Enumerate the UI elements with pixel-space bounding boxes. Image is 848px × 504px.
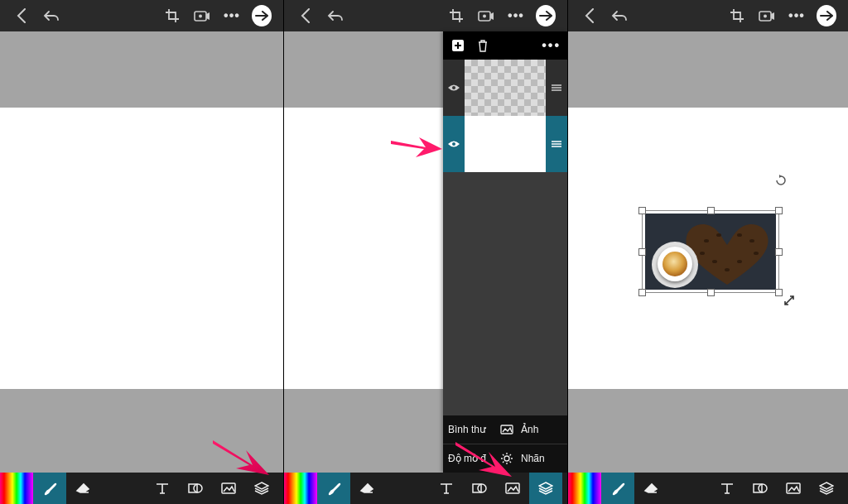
topbar: ••• — [568, 0, 848, 31]
image-content — [645, 214, 776, 290]
image-button[interactable] — [777, 473, 810, 504]
svg-point-25 — [737, 260, 742, 263]
more-icon[interactable]: ••• — [222, 6, 242, 26]
canvas[interactable] — [0, 108, 283, 389]
svg-point-16 — [764, 15, 767, 18]
shape-button[interactable] — [179, 473, 212, 504]
svg-point-18 — [716, 233, 721, 237]
eraser-button[interactable] — [350, 473, 383, 504]
eraser-button[interactable] — [634, 473, 667, 504]
layer-menu-label[interactable]: Độ mờ đ Nhãn — [443, 444, 567, 473]
shape-button[interactable] — [744, 473, 777, 504]
add-layer-button[interactable] — [450, 37, 466, 54]
layer-more-icon[interactable]: ••• — [542, 38, 561, 53]
camera-icon[interactable] — [192, 6, 212, 26]
text-button[interactable] — [430, 473, 463, 504]
color-picker-button[interactable] — [0, 473, 33, 504]
camera-icon[interactable] — [757, 6, 777, 26]
menu-text: Ảnh — [516, 424, 567, 435]
resize-handle[interactable] — [707, 207, 715, 214]
topbar: ••• — [0, 0, 283, 31]
resize-handle[interactable] — [775, 248, 783, 256]
svg-point-6 — [483, 15, 486, 18]
svg-point-11 — [504, 456, 509, 461]
more-icon[interactable]: ••• — [506, 6, 526, 26]
topbar: ••• — [284, 0, 567, 31]
go-button[interactable] — [536, 6, 556, 26]
go-button[interactable] — [252, 6, 272, 26]
resize-handle[interactable] — [775, 207, 783, 214]
svg-point-21 — [700, 252, 705, 255]
drag-handle-icon[interactable] — [546, 116, 567, 172]
image-button[interactable] — [496, 473, 529, 504]
blend-label: Bình thư — [443, 424, 498, 435]
svg-point-19 — [737, 233, 742, 237]
crop-icon[interactable] — [446, 6, 466, 26]
svg-point-17 — [704, 239, 709, 242]
eraser-button[interactable] — [66, 473, 99, 504]
image-button[interactable] — [212, 473, 245, 504]
stage: ••• — [0, 0, 848, 504]
crop-icon[interactable] — [162, 6, 182, 26]
layer-row[interactable] — [443, 60, 567, 116]
layer-thumb — [465, 116, 546, 172]
brush-button[interactable] — [601, 473, 634, 504]
back-icon[interactable] — [580, 6, 600, 26]
svg-point-8 — [452, 86, 455, 89]
bottom-toolbar — [0, 473, 283, 504]
back-icon[interactable] — [12, 6, 31, 26]
camera-icon[interactable] — [476, 6, 496, 26]
brush-button[interactable] — [317, 473, 350, 504]
delete-layer-button[interactable] — [475, 37, 491, 54]
layers-button[interactable] — [245, 473, 278, 504]
layer-thumb — [465, 60, 546, 116]
layer-row-selected[interactable] — [443, 116, 567, 172]
text-button[interactable] — [711, 473, 744, 504]
undo-icon[interactable] — [41, 6, 61, 26]
layers-header: ••• — [443, 31, 567, 60]
tutorial-arrow-icon — [211, 437, 269, 475]
rotate-handle-icon[interactable] — [775, 175, 787, 186]
drag-handle-icon[interactable] — [546, 60, 567, 116]
bottom-toolbar — [568, 473, 848, 504]
layer-menu-image[interactable]: Bình thư Ảnh — [443, 415, 567, 444]
svg-point-1 — [199, 15, 202, 18]
resize-handle[interactable] — [707, 289, 715, 296]
crop-icon[interactable] — [727, 6, 747, 26]
screen-1: ••• — [0, 0, 283, 504]
color-picker-button[interactable] — [284, 473, 317, 504]
brush-button[interactable] — [33, 473, 66, 504]
screen-3: ••• — [568, 0, 848, 504]
shape-button[interactable] — [463, 473, 496, 504]
back-icon[interactable] — [296, 6, 316, 26]
screen-2: ••• ••• Bình thư — [284, 0, 567, 504]
go-button[interactable] — [817, 6, 836, 26]
menu-text: Nhãn — [516, 453, 567, 464]
text-button[interactable] — [146, 473, 179, 504]
resize-handle[interactable] — [775, 289, 783, 296]
resize-handle[interactable] — [638, 207, 646, 214]
resize-handle[interactable] — [638, 289, 646, 296]
gear-icon — [498, 452, 516, 465]
image-icon — [498, 425, 516, 434]
opacity-label: Độ mờ đ — [443, 453, 498, 464]
color-picker-button[interactable] — [568, 473, 601, 504]
undo-icon[interactable] — [325, 6, 345, 26]
layers-button[interactable] — [529, 473, 562, 504]
svg-point-9 — [452, 142, 455, 146]
visibility-toggle[interactable] — [443, 60, 465, 116]
svg-point-27 — [759, 484, 767, 492]
svg-point-13 — [478, 484, 486, 492]
layers-panel: ••• Bình thư Ảnh Độ mờ đ — [443, 31, 567, 473]
coffee — [662, 252, 687, 276]
resize-handle[interactable] — [638, 248, 646, 256]
svg-point-22 — [754, 252, 759, 255]
layers-button[interactable] — [810, 473, 843, 504]
undo-icon[interactable] — [610, 6, 629, 26]
svg-point-20 — [749, 239, 754, 242]
more-icon[interactable]: ••• — [787, 6, 807, 26]
inserted-image[interactable] — [642, 210, 779, 293]
visibility-toggle[interactable] — [443, 116, 465, 172]
svg-point-24 — [712, 260, 717, 263]
scale-icon[interactable] — [783, 295, 795, 310]
